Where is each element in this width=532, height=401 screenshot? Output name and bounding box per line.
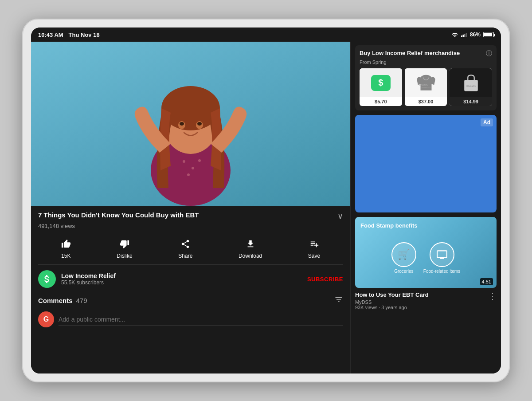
svg-point-11 (197, 122, 202, 126)
comment-input-row: G (38, 311, 343, 327)
food-items-label: Food-related items (423, 269, 460, 274)
svg-rect-0 (461, 35, 462, 37)
person-figure (120, 55, 262, 206)
video-title: 7 Things You Didn't Know You Could Buy w… (38, 211, 334, 219)
recommended-video-1[interactable]: Food Stamp benefits 🛒 Groceries (355, 217, 497, 310)
tablet-screen: 10:43 AM Thu Nov 18 86% (31, 28, 501, 373)
merch-image-2: BOUNTY BENEFITS (405, 68, 447, 97)
status-left: 10:43 AM Thu Nov 18 (38, 31, 100, 38)
video-info: 7 Things You Didn't Know You Could Buy w… (31, 206, 350, 373)
status-date: Thu Nov 18 (69, 31, 100, 38)
filter-icon[interactable] (334, 295, 343, 306)
battery-icon (483, 32, 494, 37)
merch-items: $ $5.70 BOUNTY (360, 68, 492, 106)
merch-price-1: $5.70 (360, 97, 402, 106)
svg-rect-3 (466, 33, 467, 37)
svg-point-15 (187, 173, 190, 176)
download-button[interactable]: Download (239, 239, 262, 259)
svg-point-13 (192, 167, 194, 169)
svg-point-10 (180, 122, 184, 126)
left-column: 7 Things You Didn't Know You Could Buy w… (31, 42, 350, 373)
dollar-icon (42, 274, 52, 284)
dislike-button[interactable]: Dislike (117, 239, 132, 259)
merch-image-1: $ (360, 68, 402, 97)
signal-icon (461, 32, 467, 37)
comments-count: 479 (76, 297, 87, 304)
merch-header: Buy Low Income Relief merchandise ⓘ (360, 50, 492, 58)
download-icon (246, 239, 255, 251)
video-background (31, 42, 350, 206)
channel-avatar[interactable] (38, 270, 56, 288)
subscribe-button[interactable]: SUBSCRIBE (307, 276, 343, 283)
svg-point-14 (198, 159, 201, 162)
merch-info-icon[interactable]: ⓘ (486, 50, 492, 58)
right-column: Buy Low Income Relief merchandise ⓘ From… (350, 42, 501, 373)
food-icon-food-items: Food-related items (423, 242, 460, 274)
like-icon (61, 239, 71, 251)
svg-rect-2 (464, 34, 466, 37)
rec-meta-1: How to Use Your EBT Card MyDSS 93K views… (355, 291, 487, 310)
save-button[interactable]: Save (308, 239, 320, 259)
comments-title: Comments (38, 297, 73, 304)
main-content: 7 Things You Didn't Know You Could Buy w… (31, 42, 501, 373)
rec-info-1: How to Use Your EBT Card MyDSS 93K views… (355, 291, 497, 310)
channel-text-info: Low Income Relief 55.5K subscribers (61, 272, 116, 286)
share-icon (180, 239, 190, 251)
svg-text:BENEFITS: BENEFITS (421, 86, 430, 88)
channel-name[interactable]: Low Income Relief (61, 272, 116, 279)
tablet-frame: 10:43 AM Thu Nov 18 86% (22, 19, 510, 382)
merch-section: Buy Low Income Relief merchandise ⓘ From… (355, 45, 497, 110)
svg-point-12 (183, 160, 185, 163)
merch-title: Buy Low Income Relief merchandise (360, 50, 460, 56)
status-right: 86% (451, 31, 494, 38)
channel-info: Low Income Relief 55.5K subscribers (38, 270, 116, 288)
svg-text:BOUNTY: BOUNTY (419, 83, 429, 86)
merch-price-2: $37.00 (405, 97, 447, 106)
groceries-circle: 🛒 (391, 242, 416, 267)
food-stamp-title: Food Stamp benefits (360, 222, 418, 229)
rec-channel-1: MyDSS (355, 299, 487, 305)
svg-text:#DefeatPo: #DefeatPo (466, 85, 476, 87)
bag-icon: #DefeatPo (461, 73, 481, 93)
food-items-circle (430, 242, 454, 267)
channel-subs: 55.5K subscribers (61, 279, 116, 286)
monitor-icon (436, 249, 448, 260)
comments-header: Comments 479 (38, 295, 343, 306)
share-label: Share (178, 253, 192, 259)
comment-input[interactable] (59, 313, 343, 326)
commenter-initial: G (43, 315, 49, 323)
like-count: 15K (61, 253, 70, 259)
food-icons: 🛒 Groceries Food-related i (391, 242, 460, 274)
rec-stats-1: 93K views · 3 years ago (355, 305, 487, 310)
channel-row: Low Income Relief 55.5K subscribers SUBS… (38, 270, 343, 288)
video-player[interactable] (31, 42, 350, 206)
merch-item-2[interactable]: BOUNTY BENEFITS $37.00 (405, 68, 447, 106)
hoodie-icon: BOUNTY BENEFITS (415, 72, 437, 94)
ad-section[interactable]: Ad (355, 115, 497, 212)
commenter-avatar: G (38, 311, 54, 327)
rec-title-1: How to Use Your EBT Card (355, 291, 487, 298)
svg-rect-1 (462, 35, 464, 37)
speech-bubble: $ (371, 75, 391, 91)
merch-image-3: #DefeatPo (450, 68, 492, 97)
merch-item-1[interactable]: $ $5.70 (360, 68, 402, 106)
status-bar: 10:43 AM Thu Nov 18 86% (31, 28, 501, 42)
collapse-button[interactable]: ∨ (337, 211, 343, 221)
like-button[interactable]: 15K (61, 239, 71, 259)
merch-source: From Spring (360, 59, 492, 65)
action-bar: 15K Dislike Share (38, 236, 343, 265)
food-icon-groceries: 🛒 Groceries (391, 242, 416, 274)
share-button[interactable]: Share (178, 239, 192, 259)
rec-thumb-bg: Food Stamp benefits 🛒 Groceries (355, 217, 497, 288)
video-title-row: 7 Things You Didn't Know You Could Buy w… (38, 211, 343, 221)
video-views: 491,148 views (38, 223, 343, 229)
status-time: 10:43 AM (38, 31, 63, 38)
save-label: Save (308, 253, 320, 259)
dollar-speech-bubble: $ (371, 75, 391, 91)
save-icon (309, 239, 319, 251)
download-label: Download (239, 253, 262, 259)
more-options-button-1[interactable]: ⋮ (489, 291, 497, 301)
merch-item-3[interactable]: #DefeatPo $14.99 (450, 68, 492, 106)
dislike-label: Dislike (117, 253, 132, 259)
wifi-icon (451, 32, 458, 37)
